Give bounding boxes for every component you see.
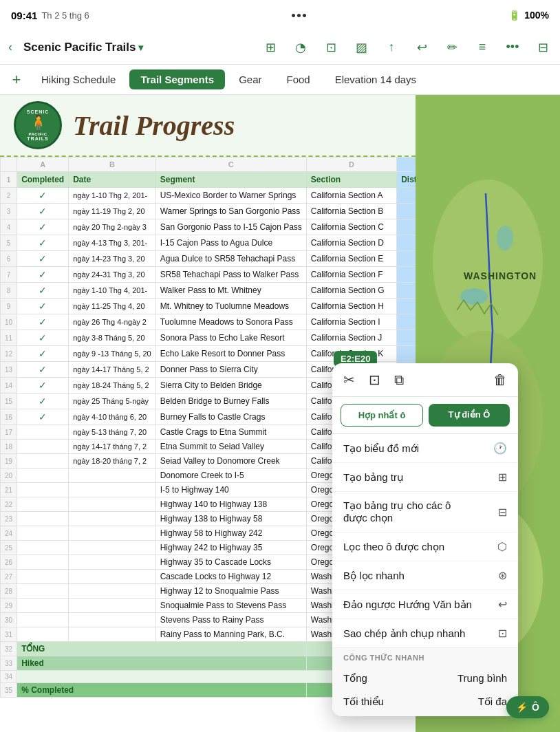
auto-fill-button[interactable]: Tự điền Ô xyxy=(429,404,510,427)
sum-formula[interactable]: Tổng xyxy=(343,667,425,690)
filter-icon: ⬡ xyxy=(497,540,507,553)
float-btn-label: Ô xyxy=(532,702,539,713)
quick-formula-grid: Tổng Trung bình Tối thiểu Tối đa xyxy=(343,667,507,713)
average-formula[interactable]: Trung bình xyxy=(425,667,507,690)
copy-icon-ctx[interactable]: ⊡ xyxy=(369,372,380,388)
snapshot-icon: ⊡ xyxy=(498,627,507,640)
quick-formula-title: CÔNG THỨC NHANH xyxy=(343,654,507,663)
flip-icon: ↩ xyxy=(498,598,507,611)
quick-formula-section: CÔNG THỨC NHANH Tổng Trung bình Tối thiể… xyxy=(332,648,518,716)
merge-cells-button[interactable]: Hợp nhất ô xyxy=(341,404,423,427)
context-toolbar: ✂ ⊡ ⧉ 🗑 xyxy=(332,363,518,397)
flip-text-label: Đảo ngược Hướng Văn bản xyxy=(343,599,472,611)
selection-range: E2:E20 xyxy=(341,354,370,364)
pivot-sel-icon: ⊟ xyxy=(498,506,507,519)
create-pivot-label: Tạo bảng trụ xyxy=(343,471,404,484)
context-overlay: E2:E20 ✂ ⊡ ⧉ 🗑 Hợp nhất ô Tự điền Ô Tạo … xyxy=(0,0,560,732)
create-chart-label: Tạo biểu đồ mới xyxy=(343,442,419,455)
delete-icon-ctx[interactable]: 🗑 xyxy=(493,372,507,388)
quick-filter-icon: ⊛ xyxy=(498,569,507,582)
paste-icon-ctx[interactable]: ⧉ xyxy=(394,372,404,388)
chart-icon: 🕐 xyxy=(493,442,507,455)
context-menu: ✂ ⊡ ⧉ 🗑 Hợp nhất ô Tự điền Ô Tạo biểu đồ… xyxy=(332,363,518,716)
create-pivot-item[interactable]: Tạo bảng trụ ⊞ xyxy=(332,463,518,492)
snapshot-label: Sao chép ảnh chụp nhanh xyxy=(343,627,465,640)
create-chart-item[interactable]: Tạo biểu đồ mới 🕐 xyxy=(332,434,518,463)
pivot-icon: ⊞ xyxy=(498,471,507,484)
create-pivot-selection-label: Tạo bảng trụ cho các ôđược chọn xyxy=(343,499,451,524)
min-formula[interactable]: Tối thiểu xyxy=(343,690,425,713)
filter-by-cell-label: Lọc theo ô được chọn xyxy=(343,541,444,553)
filter-by-cell-item[interactable]: Lọc theo ô được chọn ⬡ xyxy=(332,532,518,561)
ctx-action-buttons: Hợp nhất ô Tự điền Ô xyxy=(332,397,518,434)
flip-text-item[interactable]: Đảo ngược Hướng Văn bản ↩ xyxy=(332,590,518,619)
create-pivot-selection-item[interactable]: Tạo bảng trụ cho các ôđược chọn ⊟ xyxy=(332,492,518,532)
cut-icon[interactable]: ✂ xyxy=(343,372,355,388)
quick-filter-label: Bộ lọc nhanh xyxy=(343,570,405,582)
lightning-icon: ⚡ xyxy=(516,702,528,713)
max-formula[interactable]: Tối đa xyxy=(425,690,507,713)
float-button[interactable]: ⚡ Ô xyxy=(506,696,549,718)
snapshot-item[interactable]: Sao chép ảnh chụp nhanh ⊡ xyxy=(332,619,518,648)
quick-filter-item[interactable]: Bộ lọc nhanh ⊛ xyxy=(332,561,518,590)
